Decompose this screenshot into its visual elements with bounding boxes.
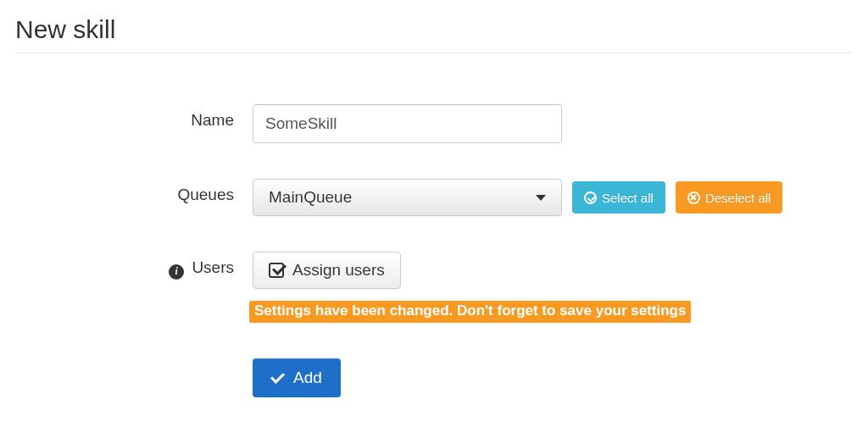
- divider: [15, 53, 853, 53]
- add-label: Add: [293, 369, 322, 387]
- check-circle-icon: [584, 191, 597, 204]
- assign-users-label: Assign users: [292, 261, 385, 280]
- select-all-button[interactable]: Select all: [572, 181, 665, 214]
- chevron-down-icon: [536, 195, 546, 201]
- queues-selected-value: MainQueue: [269, 188, 352, 207]
- checkbox-checked-icon: [269, 263, 284, 278]
- users-label: Users: [192, 258, 234, 276]
- name-label: Name: [15, 104, 253, 130]
- info-icon: i: [169, 264, 184, 280]
- form-group-submit: Add: [15, 358, 853, 397]
- deselect-all-label: Deselect all: [705, 191, 771, 205]
- settings-changed-warning: Settings have been changed. Don't forget…: [249, 301, 691, 323]
- select-all-label: Select all: [602, 191, 654, 205]
- form-group-queues: Queues MainQueue Select all Deselect all: [15, 179, 853, 216]
- name-input[interactable]: [253, 104, 562, 143]
- form-group-users: i Users Assign users Settings have been …: [15, 252, 853, 323]
- users-label-wrap: i Users: [15, 252, 253, 280]
- queues-dropdown[interactable]: MainQueue: [253, 179, 562, 216]
- queues-label: Queues: [15, 179, 253, 204]
- x-circle-icon: [687, 191, 700, 204]
- check-icon: [271, 373, 285, 383]
- deselect-all-button[interactable]: Deselect all: [676, 181, 783, 214]
- page-title: New skill: [15, 15, 853, 44]
- assign-users-button[interactable]: Assign users: [253, 252, 401, 289]
- form-group-name: Name: [15, 104, 853, 143]
- add-button[interactable]: Add: [253, 358, 341, 397]
